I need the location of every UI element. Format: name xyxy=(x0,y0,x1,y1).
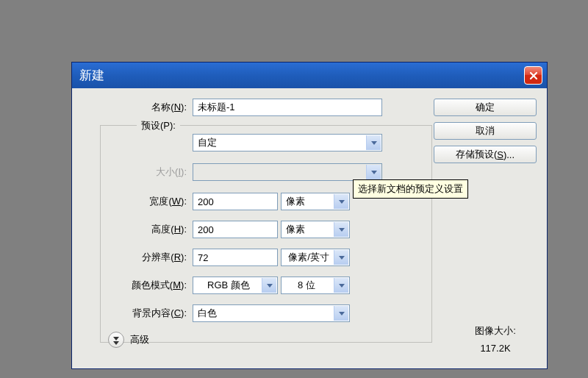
height-input[interactable] xyxy=(193,221,278,238)
width-unit-value: 像素 xyxy=(286,195,305,208)
colormode-combo[interactable]: RGB 颜色 xyxy=(193,277,278,294)
new-document-dialog: 新建 名称(N): 预设(P): 自定 xyxy=(71,62,548,369)
height-unit-combo[interactable]: 像素 xyxy=(281,221,350,238)
image-size-label: 图像大小: xyxy=(444,322,547,340)
bg-label: 背景内容(C): xyxy=(82,307,193,320)
dialog-body: 名称(N): 预设(P): 自定 大小(I): xyxy=(72,88,547,368)
size-label: 大小(I): xyxy=(82,165,193,179)
width-input[interactable] xyxy=(193,193,278,210)
preset-row: 自定 xyxy=(82,134,423,151)
resolution-input[interactable] xyxy=(193,249,278,266)
advanced-expand-button[interactable] xyxy=(108,332,124,348)
left-panel: 名称(N): 预设(P): 自定 大小(I): xyxy=(82,99,423,361)
name-row: 名称(N): xyxy=(82,99,423,116)
preset-combo[interactable]: 自定 xyxy=(193,134,382,151)
titlebar: 新建 xyxy=(72,63,547,88)
right-panel: 确定 取消 存储预设(S)... 图像大小: 117.2K xyxy=(434,99,537,361)
chevron-down-icon xyxy=(334,250,348,265)
colormode-value: RGB 颜色 xyxy=(207,279,250,292)
height-label: 高度(H): xyxy=(82,223,193,236)
advanced-label: 高级 xyxy=(130,333,149,346)
resolution-label: 分辨率(R): xyxy=(82,251,193,264)
chevron-down-icon xyxy=(334,306,348,321)
ok-button[interactable]: 确定 xyxy=(434,99,537,116)
width-unit-combo[interactable]: 像素 xyxy=(281,193,350,210)
chevron-down-icon xyxy=(262,278,276,293)
bg-value: 白色 xyxy=(198,307,217,320)
colormode-label: 颜色模式(M): xyxy=(82,279,193,292)
size-row: 大小(I): xyxy=(82,163,423,181)
chevron-down-icon xyxy=(334,278,348,293)
close-icon xyxy=(529,71,538,80)
dialog-title: 新建 xyxy=(79,67,104,84)
cancel-button[interactable]: 取消 xyxy=(434,122,537,140)
chevron-down-icon xyxy=(334,194,348,209)
save-preset-button[interactable]: 存储预设(S)... xyxy=(434,146,537,163)
image-size-info: 图像大小: 117.2K xyxy=(444,322,547,358)
chevron-down-icon xyxy=(366,165,381,179)
preset-value: 自定 xyxy=(198,136,217,149)
height-row: 高度(H): 像素 xyxy=(82,221,423,238)
bg-row: 背景内容(C): 白色 xyxy=(82,304,423,322)
bg-combo[interactable]: 白色 xyxy=(193,304,350,322)
advanced-row: 高级 xyxy=(108,332,149,348)
resolution-unit-value: 像素/英寸 xyxy=(288,251,329,264)
preset-tooltip: 选择新文档的预定义设置 xyxy=(353,179,468,199)
bitdepth-value: 8 位 xyxy=(298,279,315,292)
resolution-row: 分辨率(R): 像素/英寸 xyxy=(82,249,423,266)
settings-rows: 自定 大小(I): 宽度(W): xyxy=(82,121,423,322)
chevron-down-icon xyxy=(366,135,381,150)
width-label: 宽度(W): xyxy=(82,195,193,208)
height-unit-value: 像素 xyxy=(286,223,305,236)
size-combo xyxy=(193,163,382,181)
bitdepth-combo[interactable]: 8 位 xyxy=(281,277,350,294)
colormode-row: 颜色模式(M): RGB 颜色 8 位 xyxy=(82,277,423,294)
name-label: 名称(N): xyxy=(82,101,193,114)
image-size-value: 117.2K xyxy=(444,340,547,358)
chevron-down-icon xyxy=(334,222,348,237)
resolution-unit-combo[interactable]: 像素/英寸 xyxy=(281,249,350,266)
name-input[interactable] xyxy=(193,99,382,116)
close-button[interactable] xyxy=(524,66,542,85)
